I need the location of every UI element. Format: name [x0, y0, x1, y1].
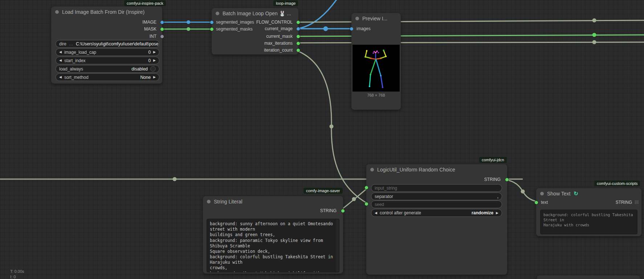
node-title: String Literal	[207, 196, 242, 207]
input-port-input-string[interactable]	[364, 186, 368, 190]
textarea-scrollbar[interactable]	[336, 219, 339, 272]
node-title: Batch Image Loop Open 🐰 ...	[216, 8, 291, 19]
node-title: Load Image Batch From Dir (Inspire)	[55, 7, 144, 17]
node-batch-image-loop[interactable]: Batch Image Loop Open 🐰 ... segmented_im…	[212, 8, 298, 54]
node-partial-bottom[interactable]	[537, 275, 640, 279]
increment-icon[interactable]: ▶	[153, 59, 156, 62]
widget-separator[interactable]: separator ,	[371, 193, 502, 200]
increment-icon[interactable]: ▶	[153, 50, 156, 54]
output-port-image[interactable]	[160, 20, 164, 24]
widget-control-after-generate[interactable]: ◀ control after generate randomize ▶	[371, 209, 502, 217]
output-port-int[interactable]	[160, 35, 164, 39]
execution-time: T: 0.00s	[10, 269, 24, 274]
node-random-choice[interactable]: LogicUtil_Uniform Random Choice STRING i…	[366, 164, 507, 275]
output-label-max-iterations: max_iterations	[264, 41, 293, 46]
ellipsis: …	[69, 41, 73, 46]
reroute-dot[interactable]	[592, 33, 596, 37]
node-badge: comfyui-jdcn	[479, 157, 507, 163]
node-load-image-batch[interactable]: Load Image Batch From Dir (Inspire) IMAG…	[51, 7, 162, 84]
output-port-max-iterations[interactable]	[296, 41, 300, 45]
node-badge: loop-image	[273, 0, 298, 6]
input-port-seed[interactable]	[364, 202, 368, 206]
output-label-mask: MASK	[144, 27, 156, 32]
collapse-dot-icon[interactable]	[355, 17, 359, 20]
decrement-icon[interactable]: ◀	[59, 50, 62, 54]
output-port-flow-control[interactable]	[296, 20, 300, 24]
input-label: segmented_images	[216, 20, 254, 25]
collapse-dot-icon[interactable]	[370, 168, 374, 171]
node-badge: comfyui-inspire-pack	[124, 0, 166, 6]
reroute-dot[interactable]	[330, 125, 334, 129]
widget-directory[interactable]: dire … C:\Users\syui\git\comfyui\user\de…	[56, 40, 159, 48]
output-port-iteration-count[interactable]	[296, 48, 300, 52]
output-port-string[interactable]	[505, 178, 509, 182]
wire-max-iterations	[295, 42, 644, 43]
collapse-dot-icon[interactable]	[55, 10, 59, 14]
reroute-dot[interactable]	[352, 197, 356, 201]
node-show-text[interactable]: Show Text ↻ text STRING ⣿⣿ background: c…	[536, 188, 641, 236]
output-label-current-mask: current_mask	[266, 34, 293, 39]
output-label-string: STRING	[484, 177, 501, 182]
iteration-counter: I: 0	[10, 274, 24, 279]
wire-flow-control	[295, 20, 644, 22]
node-graph-canvas[interactable]: comfyui-inspire-pack loop-image comfyui-…	[0, 0, 644, 279]
widget-image-load-cap[interactable]: ◀ image_load_cap 0 ▶	[56, 48, 159, 56]
node-preview-image[interactable]: Preview I... images	[351, 13, 401, 110]
pysssss-logo-icon: ↻	[574, 190, 578, 197]
reroute-dot[interactable]	[592, 40, 596, 44]
wire-current-image-up	[295, 0, 338, 29]
decrement-icon[interactable]: ◀	[59, 59, 62, 62]
node-title: Show Text ↻	[540, 188, 578, 199]
output-label-current-image: current_image	[265, 26, 293, 31]
output-label-image: IMAGE	[142, 20, 156, 25]
node-string-literal[interactable]: String Literal STRING background: sunny …	[203, 196, 343, 274]
output-port-mask[interactable]	[160, 27, 164, 31]
image-dimensions-caption: 768 × 768	[351, 93, 401, 97]
input-port-text[interactable]	[534, 201, 538, 205]
input-port-segmented-masks[interactable]	[210, 27, 214, 31]
widget-load-always[interactable]: load_always disabled	[56, 65, 159, 73]
grip-icon[interactable]: ⣿⣿	[635, 200, 639, 204]
reroute-dot[interactable]	[521, 190, 525, 194]
output-label-string: STRING	[616, 200, 632, 205]
reroute-dot[interactable]	[173, 177, 177, 181]
node-title: Preview I...	[355, 13, 387, 24]
widget-input-string[interactable]: input_string	[371, 184, 502, 192]
output-port-current-mask[interactable]	[296, 35, 300, 39]
string-literal-textarea[interactable]: background: sunny afternoon on a quiet O…	[207, 219, 339, 272]
collapse-dot-icon[interactable]	[207, 200, 211, 203]
next-option-icon[interactable]: ▶	[153, 76, 156, 79]
reroute-dot[interactable]	[187, 27, 190, 31]
node-title: LogicUtil_Uniform Random Choice	[370, 164, 455, 175]
input-label: images	[356, 26, 371, 31]
prev-option-icon[interactable]: ◀	[59, 76, 62, 79]
input-port-images[interactable]	[350, 27, 354, 31]
toggle-icon[interactable]	[150, 66, 156, 72]
widget-sort-method[interactable]: ◀ sort_method None ▶	[56, 73, 159, 81]
widget-start-index[interactable]: ◀ start_index 0 ▶	[56, 57, 159, 64]
reroute-dot[interactable]	[323, 27, 328, 31]
collapse-dot-icon[interactable]	[216, 12, 219, 15]
output-label-flow-control: FLOW_CONTROL	[256, 20, 293, 25]
preview-image	[352, 45, 400, 92]
prev-option-icon[interactable]: ◀	[375, 211, 377, 215]
node-badge: comfyui-custom-scripts	[594, 181, 640, 186]
collapse-dot-icon[interactable]	[540, 192, 544, 195]
reroute-dot[interactable]	[592, 19, 596, 23]
output-port-string[interactable]	[341, 209, 345, 213]
input-port-segmented-images[interactable]	[210, 20, 214, 24]
reroute-dot[interactable]	[187, 20, 190, 24]
widget-seed[interactable]: seed	[371, 201, 502, 208]
wire-current-mask	[295, 35, 644, 36]
node-badge: comfy-image-saver	[303, 188, 343, 194]
next-option-icon[interactable]: ▶	[496, 211, 498, 215]
output-label-int: INT	[150, 34, 156, 39]
output-label-iteration-count: iteration_count	[264, 48, 293, 53]
show-text-textarea: background: colorful bustling Takeshita …	[540, 210, 637, 234]
output-port-current-image[interactable]	[296, 27, 300, 31]
pose-skeleton-image	[352, 45, 400, 92]
input-label: text	[541, 200, 548, 205]
execution-status: T: 0.00s I: 0	[10, 269, 24, 279]
input-label: segmented_masks	[216, 27, 253, 32]
output-label-string: STRING	[320, 208, 337, 213]
